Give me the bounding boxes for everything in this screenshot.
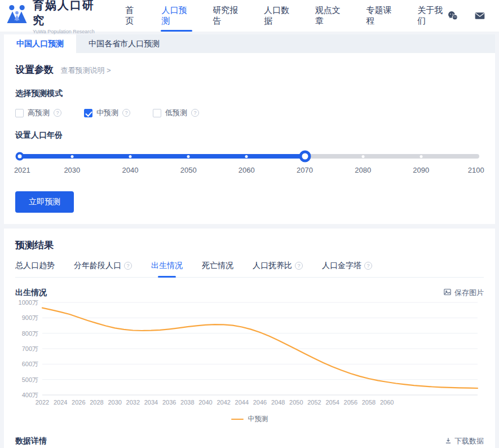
logo-subtitle: YuWa Population Research: [33, 29, 99, 34]
nav-item-人口数据[interactable]: 人口数据: [264, 0, 294, 32]
slider-year-label: 2040: [122, 166, 139, 174]
year-slider[interactable]: 202120302040205020602070208020902100: [20, 151, 479, 178]
result-tab-label: 人口金字塔: [322, 261, 361, 271]
result-tab-label: 死亡情况: [202, 261, 233, 271]
svg-text:2042: 2042: [217, 399, 230, 406]
svg-text:2044: 2044: [235, 399, 249, 406]
result-tab-分年龄段人口[interactable]: 分年龄段人口?: [74, 261, 132, 277]
nav-item-人口预测[interactable]: 人口预测: [162, 0, 192, 32]
result-tab-死亡情况[interactable]: 死亡情况: [202, 261, 233, 277]
result-tab-label: 分年龄段人口: [74, 261, 121, 271]
nav-item-观点文章[interactable]: 观点文章: [315, 0, 345, 32]
result-tab-人口抚养比[interactable]: 人口抚养比?: [253, 261, 303, 277]
logo-title: 育娲人口研究: [33, 0, 99, 28]
page-tab-中国各省市人口预测[interactable]: 中国各省市人口预测: [76, 34, 172, 53]
svg-text:2052: 2052: [307, 399, 321, 406]
logo[interactable]: 育娲人口研究 YuWa Population Research: [6, 0, 99, 34]
checkbox-icon[interactable]: [153, 109, 161, 117]
help-question-icon[interactable]: ?: [124, 262, 132, 270]
svg-text:2046: 2046: [253, 399, 267, 406]
prediction-help-link[interactable]: 查看预测说明 >: [60, 66, 111, 74]
mode-label-text: 高预测: [28, 108, 50, 118]
slider-handle-start[interactable]: [16, 152, 24, 161]
slider-mark-dot: [361, 155, 364, 158]
nav-item-关于我们[interactable]: 关于我们: [417, 0, 447, 32]
mode-checkbox-高预测[interactable]: 高预测?: [15, 108, 61, 118]
svg-text:2030: 2030: [108, 399, 121, 406]
save-image-button[interactable]: 保存图片: [443, 288, 484, 298]
mode-label-text: 中预测: [96, 108, 118, 118]
svg-text:700万: 700万: [22, 345, 38, 352]
svg-text:2056: 2056: [344, 399, 357, 406]
slider-mark-dot: [129, 155, 132, 158]
nav-item-专题课程[interactable]: 专题课程: [366, 0, 396, 32]
svg-text:2036: 2036: [162, 399, 176, 406]
svg-text:2034: 2034: [144, 399, 158, 406]
params-title: 设置参数: [15, 63, 54, 76]
wechat-icon[interactable]: [447, 10, 458, 21]
svg-text:800万: 800万: [22, 330, 38, 337]
svg-text:2060: 2060: [380, 399, 394, 406]
result-tab-label: 总人口趋势: [15, 261, 55, 271]
help-question-icon[interactable]: ?: [122, 109, 130, 117]
results-card: 预测结果 总人口趋势分年龄段人口?出生情况死亡情况人口抚养比?人口金字塔? 出生…: [4, 229, 495, 448]
help-question-icon[interactable]: ?: [191, 109, 199, 117]
mode-checkbox-低预测[interactable]: 低预测?: [153, 108, 199, 118]
result-tab-总人口趋势[interactable]: 总人口趋势: [15, 261, 55, 277]
slider-year-label: 2100: [468, 166, 484, 174]
svg-text:2032: 2032: [126, 399, 140, 406]
help-question-icon[interactable]: ?: [364, 262, 372, 270]
slider-mark-dot: [70, 155, 73, 158]
predict-button[interactable]: 立即预测: [15, 191, 74, 213]
mode-checkbox-中预测[interactable]: 中预测?: [84, 108, 130, 118]
nav-item-首页[interactable]: 首页: [125, 0, 140, 32]
svg-text:2024: 2024: [54, 399, 67, 406]
slider-handle-end[interactable]: [299, 151, 311, 162]
result-tab-人口金字塔[interactable]: 人口金字塔?: [322, 261, 372, 277]
download-icon: [444, 437, 452, 446]
download-label: 下载数据: [454, 436, 484, 446]
svg-text:2026: 2026: [72, 399, 85, 406]
year-label: 设置人口年份: [15, 130, 484, 140]
results-tabs: 总人口趋势分年龄段人口?出生情况死亡情况人口抚养比?人口金字塔?: [15, 261, 484, 278]
nav-item-研究报告[interactable]: 研究报告: [213, 0, 242, 32]
svg-text:2038: 2038: [180, 399, 194, 406]
mode-label-text: 低预测: [165, 108, 187, 118]
slider-mark-dot: [187, 155, 190, 158]
checkbox-checked-icon[interactable]: [84, 109, 92, 117]
svg-text:900万: 900万: [22, 314, 38, 321]
checkbox-icon[interactable]: [15, 109, 24, 117]
help-question-icon[interactable]: ?: [54, 109, 61, 117]
save-image-label: 保存图片: [454, 288, 484, 298]
legend-label: 中预测: [248, 414, 268, 424]
svg-text:2050: 2050: [289, 399, 303, 406]
main-nav: 首页人口预测研究报告人口数据观点文章专题课程关于我们: [125, 0, 447, 32]
chart-legend[interactable]: 中预测: [15, 414, 484, 424]
help-question-icon[interactable]: ?: [295, 262, 303, 270]
svg-text:2022: 2022: [36, 399, 49, 406]
slider-mark-dot: [245, 155, 248, 158]
page-tab-中国人口预测[interactable]: 中国人口预测: [4, 34, 76, 53]
mail-icon[interactable]: [474, 10, 485, 21]
svg-text:2054: 2054: [325, 399, 339, 406]
image-icon: [443, 288, 452, 298]
mode-row: 高预测?中预测?低预测?: [15, 108, 484, 118]
svg-text:600万: 600万: [22, 361, 38, 367]
slider-mark-dot: [419, 155, 422, 158]
slider-year-label: 2060: [239, 166, 255, 174]
slider-fill: [20, 154, 305, 159]
slider-year-label: 2070: [297, 166, 313, 174]
result-tab-出生情况[interactable]: 出生情况: [151, 261, 183, 277]
chart-title: 出生情况: [15, 288, 47, 298]
svg-text:1000万: 1000万: [19, 299, 38, 306]
results-title: 预测结果: [15, 239, 54, 252]
legend-line-marker: [231, 419, 244, 420]
svg-text:2048: 2048: [271, 399, 285, 406]
download-data-button[interactable]: 下载数据: [444, 436, 484, 446]
site-header: 育娲人口研究 YuWa Population Research 首页人口预测研究…: [0, 0, 499, 32]
slider-year-label: 2050: [180, 166, 197, 174]
svg-text:2028: 2028: [90, 399, 103, 406]
svg-text:2040: 2040: [198, 399, 212, 406]
page-tabbar: 中国人口预测中国各省市人口预测: [4, 34, 495, 53]
birth-line-chart: 400万500万600万700万800万900万1000万20222024202…: [15, 298, 484, 411]
